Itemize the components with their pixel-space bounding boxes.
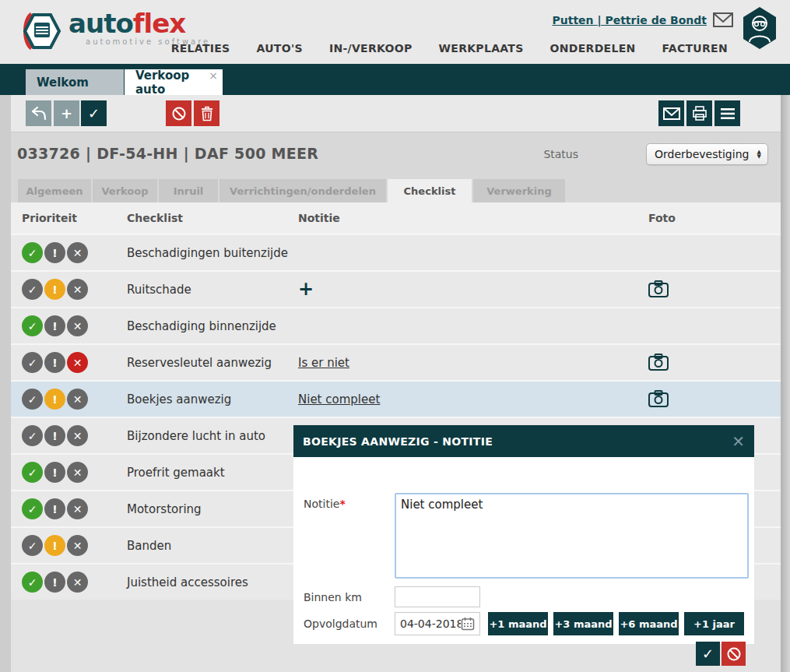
ok-circle-button[interactable]: ✓ — [22, 389, 43, 410]
binnen-km-label: Binnen km — [304, 591, 362, 603]
warning-circle-button[interactable]: ! — [44, 425, 65, 446]
foto-cell — [648, 354, 669, 371]
warning-circle-button[interactable]: ! — [44, 315, 65, 336]
nav-autos[interactable]: AUTO'S — [257, 42, 303, 55]
tab-verkoop-auto[interactable]: Verkoop auto × — [125, 69, 223, 95]
logo-word-auto: auto — [68, 8, 133, 39]
notitie-cell: + — [298, 282, 314, 298]
ok-circle-button[interactable]: ✓ — [22, 462, 43, 483]
left-gutter — [0, 95, 11, 672]
notitie-cell: Niet compleet — [298, 392, 380, 406]
ok-circle-button[interactable]: ✓ — [22, 279, 43, 300]
plus-1-jaar-button[interactable]: +1 jaar — [684, 612, 744, 635]
reject-circle-button[interactable]: ✕ — [67, 535, 88, 556]
subtab-verwerking[interactable]: Verwerking — [473, 179, 565, 202]
camera-icon[interactable] — [648, 390, 669, 407]
subtab-checklist[interactable]: Checklist — [388, 179, 472, 202]
reject-circle-button[interactable]: ✕ — [67, 279, 88, 300]
vertical-scrollbar[interactable] — [781, 95, 790, 672]
mail-icon[interactable] — [713, 12, 733, 27]
binnen-km-input[interactable] — [395, 586, 480, 607]
notitie-link[interactable]: Is er niet — [298, 356, 349, 370]
ok-circle-button[interactable]: ✓ — [22, 352, 43, 373]
ok-circle-button[interactable]: ✓ — [22, 425, 43, 446]
warning-circle-button[interactable]: ! — [44, 462, 65, 483]
checklist-item-label: Beschadigingen buitenzijde — [127, 246, 288, 260]
warning-circle-button[interactable]: ! — [44, 498, 65, 519]
nav-werkplaats[interactable]: WERKPLAATS — [439, 42, 524, 55]
nav-facturen[interactable]: FACTUREN — [662, 42, 728, 55]
reject-circle-button[interactable]: ✕ — [67, 315, 88, 336]
status-select[interactable]: Orderbevestiging ▲▼ — [646, 143, 768, 165]
camera-icon[interactable] — [648, 280, 669, 297]
subtabs: Algemeen Verkoop Inruil Verrichtingen/on… — [11, 176, 781, 202]
reject-circle-button[interactable]: ✕ — [67, 425, 88, 446]
ok-circle-button[interactable]: ✓ — [22, 498, 43, 519]
mail-icon — [663, 107, 680, 120]
opvolgdatum-field[interactable] — [395, 612, 480, 635]
modal-close-icon[interactable]: ✕ — [732, 432, 745, 451]
nav-in-verkoop[interactable]: IN-/VERKOOP — [329, 42, 413, 55]
menu-button[interactable] — [715, 100, 740, 126]
notitie-link[interactable]: Niet compleet — [298, 392, 380, 406]
ok-circle-button[interactable]: ✓ — [22, 572, 43, 593]
reject-circle-button[interactable]: ✕ — [67, 389, 88, 410]
tab-welkom[interactable]: Welkom — [26, 69, 124, 95]
priority-buttons: ✓ ! ✕ — [22, 315, 88, 336]
reject-circle-button[interactable]: ✕ — [67, 572, 88, 593]
ok-circle-button[interactable]: ✓ — [22, 535, 43, 556]
ban-icon — [726, 646, 742, 662]
notitie-textarea[interactable]: Niet compleet — [395, 493, 749, 579]
user-location-link[interactable]: Putten | Pettrie de Bondt — [552, 14, 707, 26]
opvolgdatum-input[interactable] — [400, 617, 461, 630]
modal-cancel-button[interactable] — [722, 642, 746, 666]
cancel-button[interactable] — [166, 100, 191, 126]
reject-circle-button[interactable]: ✕ — [67, 462, 88, 483]
notitie-cell: Is er niet — [298, 355, 349, 370]
delete-button[interactable] — [194, 100, 219, 126]
toolbar: + ✓ — [11, 95, 781, 132]
subtab-verrichtingen-onderdelen[interactable]: Verrichtingen/onderdelen — [219, 179, 386, 202]
ok-circle-button[interactable]: ✓ — [22, 242, 43, 263]
warning-circle-button[interactable]: ! — [44, 572, 65, 593]
record-titlebar: 033726 | DF-54-HH | DAF 500 MEER Status … — [11, 132, 781, 176]
subtab-verkoop[interactable]: Verkoop — [93, 179, 157, 202]
ok-circle-button[interactable]: ✓ — [22, 315, 43, 336]
plus-3-maand-button[interactable]: +3 maand — [553, 612, 613, 635]
add-button[interactable]: + — [54, 100, 79, 126]
plus-1-maand-button[interactable]: +1 maand — [488, 612, 548, 635]
print-button[interactable] — [686, 100, 712, 126]
add-notitie-icon[interactable]: + — [298, 278, 314, 300]
warning-circle-button[interactable]: ! — [44, 389, 65, 410]
modal-actions: ✓ — [696, 642, 746, 666]
checklist-item-label: Reservesleutel aanwezig — [127, 356, 272, 370]
email-button[interactable] — [658, 100, 684, 126]
column-header-foto: Foto — [648, 212, 676, 224]
undo-button[interactable] — [26, 100, 51, 126]
undo-icon — [30, 106, 47, 121]
modal-confirm-button[interactable]: ✓ — [696, 642, 720, 666]
record-title: 033726 | DF-54-HH | DAF 500 MEER — [17, 145, 318, 162]
warning-circle-button[interactable]: ! — [44, 535, 65, 556]
table-row: ✓ ! ✕ Boekjes aanwezig Niet compleet — [11, 380, 781, 417]
nav-relaties[interactable]: RELATIES — [171, 42, 230, 55]
tab-close-icon[interactable]: × — [209, 71, 218, 80]
warning-circle-button[interactable]: ! — [44, 352, 65, 373]
priority-buttons: ✓ ! ✕ — [22, 242, 88, 263]
reject-circle-button[interactable]: ✕ — [67, 498, 88, 519]
check-icon: ✓ — [702, 646, 714, 662]
calendar-icon[interactable] — [461, 617, 475, 631]
subtab-algemeen[interactable]: Algemeen — [18, 179, 91, 202]
warning-circle-button[interactable]: ! — [44, 242, 65, 263]
subtab-inruil[interactable]: Inruil — [159, 179, 218, 202]
reject-circle-button[interactable]: ✕ — [67, 352, 88, 373]
camera-icon[interactable] — [648, 354, 669, 371]
tab-welkom-label: Welkom — [37, 76, 89, 90]
nav-onderdelen[interactable]: ONDERDELEN — [550, 42, 636, 55]
user-avatar[interactable] — [740, 6, 779, 50]
confirm-button[interactable]: ✓ — [81, 100, 107, 126]
table-row: ✓ ! ✕ Reservesleutel aanwezig Is er niet — [11, 343, 781, 380]
plus-6-maand-button[interactable]: +6 maand — [619, 612, 679, 635]
reject-circle-button[interactable]: ✕ — [67, 242, 88, 263]
warning-circle-button[interactable]: ! — [44, 279, 65, 300]
